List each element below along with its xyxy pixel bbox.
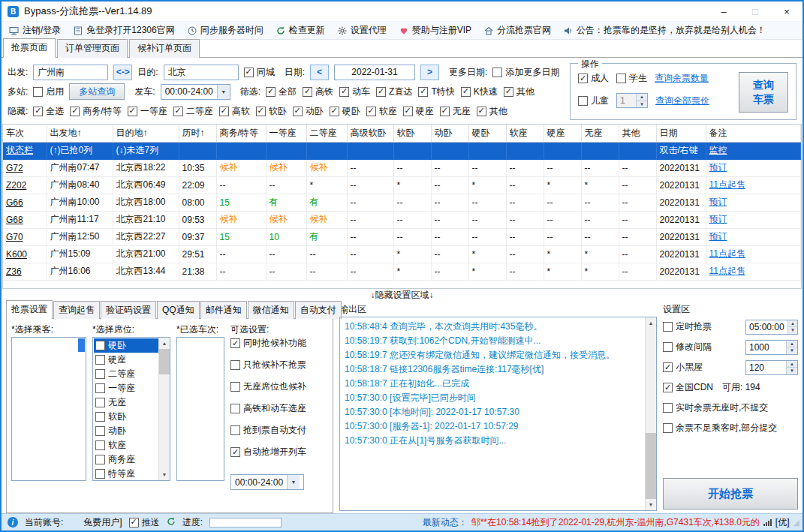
hide-checkbox-8[interactable]: 软座 [366,105,397,118]
train-number[interactable]: G68 [3,211,47,228]
filter-checkbox-3[interactable]: Z直达 [376,86,412,98]
optional-setting-4[interactable]: 抢到票自动支付 [230,424,328,437]
depart-input[interactable]: 广州南 [33,65,108,80]
spinner-down-icon[interactable]: ▼ [637,101,647,108]
minimize-icon[interactable]: – [708,2,739,21]
train-number[interactable]: G66 [3,194,47,211]
close-icon[interactable]: × [771,2,802,21]
hide-checkbox-5[interactable]: 软卧 [256,105,287,118]
column-header[interactable]: 软座 [506,125,544,142]
column-header[interactable]: 日期 [656,125,706,142]
seat-option-8[interactable]: 商务座 [94,452,158,467]
output-scrollbar[interactable]: ▲ ▼ [645,317,656,510]
column-header[interactable]: 硬座 [544,125,581,142]
depart-time-select[interactable]: 00:00-24:00 ▼ [161,84,230,100]
filter-checkbox-2[interactable]: 动车 [339,86,370,98]
main-tab-2[interactable]: 候补订单页面 [129,39,200,58]
main-tab-0[interactable]: 抢票页面 [3,38,56,58]
passenger-listbox[interactable] [11,337,86,481]
book-link[interactable]: 11点起售 [706,176,801,194]
book-link[interactable]: 11点起售 [706,245,801,263]
column-header[interactable]: 二等座 [306,125,347,142]
toolbar-item-4[interactable]: 设置代理 [338,24,387,37]
train-number[interactable]: Z36 [3,263,47,280]
book-link[interactable]: 预订 [706,228,801,245]
train-row[interactable]: K600广州15:09北京西21:0029:51--------*--*--**… [3,245,801,263]
seat-option-9[interactable]: 特等座 [94,467,158,481]
column-header[interactable]: 出发地↑ [47,125,113,142]
filter-checkbox-0[interactable]: 全部 [266,86,297,98]
grab-time-range-select[interactable]: 00:00-24:00 ▼ [230,474,304,490]
settings-tab-2[interactable]: 验证码设置 [101,301,156,319]
toolbar-item-3[interactable]: 检查更新 [276,24,325,37]
spinner-up-icon[interactable]: ▲ [787,341,797,348]
query-price-link[interactable]: 查询全部票价 [655,95,709,107]
seat-option-4[interactable]: 无座 [94,395,158,410]
seat-option-5[interactable]: 软卧 [94,410,158,424]
settings-tab-5[interactable]: 微信通知 [248,301,294,319]
spinner-down-icon[interactable]: ▼ [788,327,797,334]
hide-checkbox-10[interactable]: 无座 [440,105,471,118]
multi-station-enable-checkbox[interactable]: 启用 [33,86,64,98]
setting-checkbox-1[interactable]: 修改间隔 [663,341,712,353]
child-checkbox[interactable]: 儿童 [578,95,609,107]
query-remaining-link[interactable]: 查询余票数量 [655,72,709,85]
seat-option-0[interactable]: 硬卧 [94,338,158,353]
multi-station-query-button[interactable]: 多站查询 [69,83,125,100]
column-header[interactable]: 一等座 [266,125,306,142]
train-number[interactable]: G70 [3,228,47,245]
scroll-down-icon[interactable]: ▼ [646,499,656,510]
adult-checkbox[interactable]: 成人 [578,72,609,85]
seat-option-6[interactable]: 动卧 [94,424,158,438]
status-row[interactable]: 状态栏(↑)已抢0列(↓)未选7列双击/右键监控 [3,142,801,159]
hide-checkbox-7[interactable]: 硬卧 [330,105,360,118]
settings-tab-4[interactable]: 邮件通知 [200,301,247,319]
spinner-down-icon[interactable]: ▼ [787,347,797,354]
optional-setting-1[interactable]: 只抢候补不抢票 [230,359,328,371]
setting-spinner-2[interactable]: 120▲▼ [745,360,798,375]
train-row[interactable]: G72广州南07:47北京西18:2210:35候补候补候补----------… [3,159,801,176]
optional-setting-0[interactable]: 同时抢候补功能 [230,337,328,350]
book-link[interactable]: 预订 [706,194,801,211]
hide-checkbox-0[interactable]: 全选 [33,105,64,118]
hide-checkbox-1[interactable]: 商务/特等 [70,105,121,118]
train-number[interactable]: G72 [3,159,47,176]
selected-trains-listbox[interactable] [176,337,224,481]
hide-checkbox-6[interactable]: 动卧 [293,105,324,118]
book-link[interactable]: 预订 [706,159,801,176]
hide-checkbox-11[interactable]: 其他 [477,105,507,118]
train-row[interactable]: G66广州南10:00北京西18:0008:0015有有------------… [3,194,801,211]
hide-checkbox-3[interactable]: 二等座 [173,105,213,118]
push-checkbox[interactable]: 推送 [129,516,160,529]
settings-tab-0[interactable]: 抢票设置 [6,300,53,319]
column-header[interactable]: 车次 [3,125,47,142]
train-row[interactable]: G70广州南12:50北京西22:2709:371510有-----------… [3,228,801,245]
hide-checkbox-2[interactable]: 一等座 [128,105,167,118]
optional-setting-3[interactable]: 高铁和动车选座 [230,402,328,415]
main-tab-1[interactable]: 订单管理页面 [57,39,128,58]
column-header[interactable]: 其他 [619,125,656,142]
output-log[interactable]: 10:58:48:4 查询完毕，本次查询共用时:435毫秒。10:58:19:7… [339,317,657,511]
train-number[interactable]: K600 [3,245,47,263]
settings-tab-6[interactable]: 自动支付 [295,301,342,319]
optional-setting-5[interactable]: 自动抢增开列车 [230,446,328,458]
scrollbar-thumb[interactable] [78,338,85,352]
chevron-down-icon[interactable]: ▼ [217,85,230,99]
column-header[interactable]: 硬卧 [468,125,506,142]
status-row-label[interactable]: 状态栏 [3,142,47,159]
column-header[interactable]: 无座 [581,125,619,142]
toolbar-item-0[interactable]: 注销/登录 [9,24,61,37]
spinner-up-icon[interactable]: ▲ [637,94,647,101]
query-tickets-button[interactable]: 查询车票 [739,72,788,113]
setting-checkbox-4[interactable]: 实时余票无座时,不提交 [663,401,768,414]
chevron-left-icon[interactable]: < [310,65,329,80]
column-header[interactable]: 历时↑ [179,125,216,142]
toolbar-item-6[interactable]: 分流抢票官网 [484,24,551,37]
setting-checkbox-2[interactable]: 小黑屋 [663,361,703,374]
train-row[interactable]: G68广州南11:17北京西21:1009:53候补候补候补----------… [3,211,801,228]
book-link[interactable]: 预订 [706,211,801,228]
date-input[interactable]: 2022-01-31 [334,65,415,80]
start-grab-button[interactable]: 开始抢票 [663,478,798,509]
setting-spinner-0[interactable]: 05:00:00▲▼ [745,320,798,335]
dest-input[interactable]: 北京 [164,65,239,80]
